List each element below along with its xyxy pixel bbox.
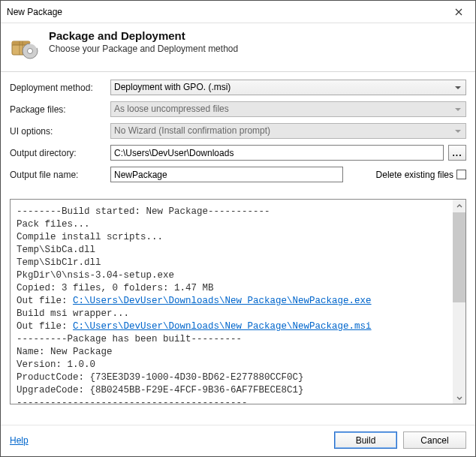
header-subtitle: Choose your Package and Deployment metho… xyxy=(49,44,238,54)
deployment-method-select[interactable]: Deployment with GPO. (.msi) xyxy=(110,80,466,95)
deployment-method-label: Deployment method: xyxy=(10,83,106,93)
header-title: Package and Deployment xyxy=(49,29,238,42)
output-file-name-label: Output file name: xyxy=(10,170,106,180)
scroll-thumb[interactable] xyxy=(453,212,465,302)
delete-existing-checkbox[interactable] xyxy=(456,170,466,179)
help-link[interactable]: Help xyxy=(10,435,29,446)
ui-options-select: No Wizard (Install confirmation prompt) xyxy=(110,123,466,139)
header: Package and Deployment Choose your Packa… xyxy=(1,23,475,72)
output-file-name-input[interactable] xyxy=(110,167,343,182)
out-file-msi-link[interactable]: C:\Users\DevUser\Downloads\New Package\N… xyxy=(73,321,372,332)
cancel-button[interactable]: Cancel xyxy=(403,431,466,449)
browse-button[interactable]: ... xyxy=(448,145,466,161)
build-log: --------Build started: New Package------… xyxy=(10,199,466,404)
build-button[interactable]: Build xyxy=(334,431,397,449)
out-file-exe-link[interactable]: C:\Users\DevUser\Downloads\New Package\N… xyxy=(73,296,372,306)
form-area: Deployment method: Deployment with GPO. … xyxy=(1,72,475,194)
ui-options-label: UI options: xyxy=(10,126,106,137)
output-directory-label: Output directory: xyxy=(10,148,106,158)
log-scrollbar[interactable] xyxy=(453,200,465,404)
titlebar: New Package xyxy=(1,1,475,23)
scroll-down-button[interactable] xyxy=(453,391,465,404)
output-directory-input[interactable] xyxy=(110,145,444,161)
package-files-label: Package files: xyxy=(10,104,106,115)
close-button[interactable] xyxy=(441,1,475,23)
close-icon xyxy=(455,8,462,16)
delete-existing-label: Delete existing files xyxy=(376,170,453,180)
scroll-up-button[interactable] xyxy=(453,200,465,212)
package-files-select: As loose uncompressed files xyxy=(110,101,466,117)
footer: Help Build Cancel xyxy=(1,425,475,456)
svg-point-3 xyxy=(28,49,33,54)
window-title: New Package xyxy=(7,7,441,17)
build-log-text[interactable]: --------Build started: New Package------… xyxy=(11,200,453,404)
package-icon xyxy=(10,31,40,61)
